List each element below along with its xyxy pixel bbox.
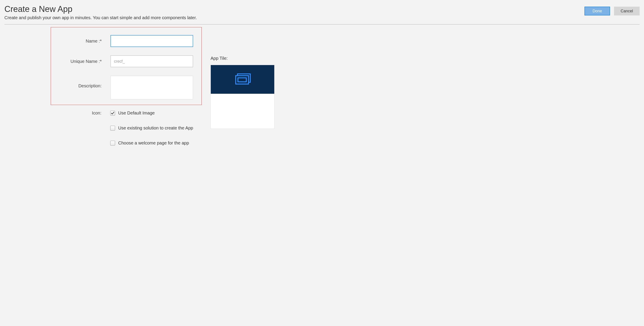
dialog-header: Create a New App Create and publish your… [4, 5, 640, 25]
use-existing-solution-checkbox[interactable] [110, 126, 115, 131]
unique-name-input[interactable] [110, 55, 193, 67]
choose-welcome-page-checkbox[interactable] [110, 141, 115, 146]
page-title: Create a New App [4, 5, 197, 14]
cancel-button[interactable]: Cancel [614, 7, 640, 16]
app-tile-preview [210, 65, 274, 129]
name-input[interactable] [110, 35, 193, 47]
use-default-image-label: Use Default Image [118, 111, 155, 116]
checkmark-icon [111, 111, 114, 115]
app-tile-icon [233, 73, 252, 86]
unique-name-label: Unique Name :* [55, 59, 110, 64]
description-input[interactable] [110, 76, 193, 100]
required-fields-highlight: Name :* Unique Name :* Description: [51, 27, 202, 105]
page-subtitle: Create and publish your own app in minut… [4, 15, 197, 20]
description-label: Description: [55, 76, 110, 89]
use-default-image-checkbox[interactable] [110, 111, 115, 116]
name-label: Name :* [55, 39, 110, 44]
app-tile-label: App Tile: [210, 56, 274, 61]
app-tile-header [211, 65, 274, 94]
use-existing-solution-label: Use existing solution to create the App [118, 126, 193, 131]
icon-label: Icon: [55, 111, 110, 116]
done-button[interactable]: Done [584, 7, 610, 16]
choose-welcome-page-label: Choose a welcome page for the app [118, 141, 189, 146]
